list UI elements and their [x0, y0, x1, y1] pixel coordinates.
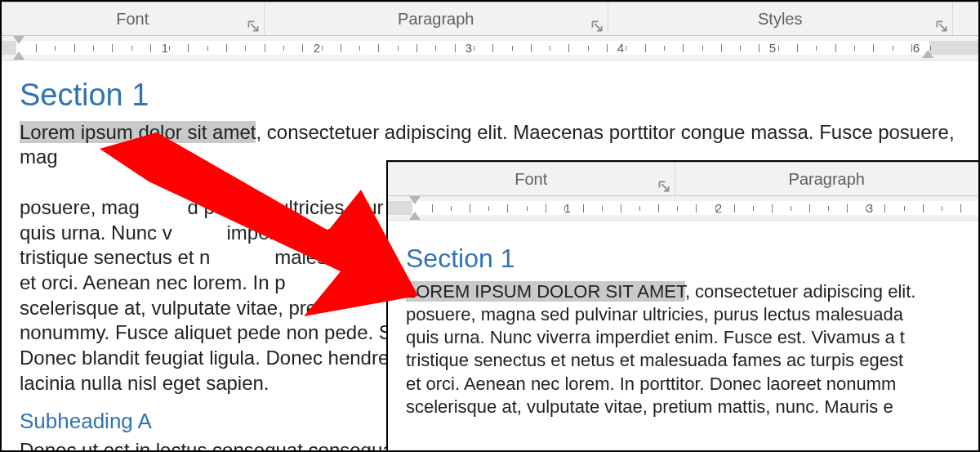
paragraph: quis urna. Nunc viverra imperdiet enim. … — [406, 326, 960, 349]
horizontal-ruler[interactable]: 1 2 3 4 5 6 — [2, 36, 978, 60]
document-body[interactable]: Section 1 LOREM IPSUM DOLOR SIT AMET, co… — [388, 221, 978, 418]
ribbon-group-paragraph[interactable]: Paragraph — [265, 2, 609, 35]
ruler-number: 1 — [564, 201, 571, 215]
ribbon-group-font[interactable]: Font — [2, 2, 265, 35]
dialog-launcher-icon[interactable] — [658, 181, 670, 192]
ruler-number: 3 — [866, 201, 873, 215]
dialog-launcher-icon[interactable] — [936, 20, 947, 32]
ruler-number: 6 — [913, 41, 920, 55]
hanging-indent-icon[interactable] — [409, 212, 421, 220]
ruler-number: 3 — [466, 41, 472, 55]
heading-1: Section 1 — [406, 242, 960, 275]
dialog-launcher-icon[interactable] — [591, 20, 603, 32]
selected-text: LOREM IPSUM DOLOR SIT AMET — [406, 281, 685, 302]
paragraph: et orci. Aenean nec lorem. In porttitor.… — [406, 373, 960, 396]
selected-text: Lorem ipsum dolor sit amet — [20, 121, 256, 143]
ruler-number: 4 — [617, 41, 624, 55]
ruler-number: 5 — [769, 41, 776, 55]
ribbon-group-font[interactable]: Font — [388, 163, 675, 195]
ribbon-groups: Font Paragraph — [388, 162, 978, 196]
word-window-after: Font Paragraph 1 2 3 Section 1 LOREM IPS… — [386, 160, 978, 450]
ruler-number: 1 — [162, 41, 168, 55]
ruler-number: 2 — [314, 41, 320, 55]
paragraph: posuere, magna sed pulvinar ultricies, p… — [406, 303, 960, 326]
first-line-indent-icon[interactable] — [409, 196, 421, 204]
ribbon-group-label: Font — [116, 10, 149, 29]
ruler-number: 2 — [715, 201, 722, 215]
dialog-launcher-icon[interactable] — [247, 20, 259, 32]
ribbon-group-label: Paragraph — [789, 170, 865, 189]
ribbon-groups: Font Paragraph Styles — [2, 2, 978, 36]
hanging-indent-icon[interactable] — [13, 51, 24, 60]
horizontal-ruler[interactable]: 1 2 3 — [388, 196, 978, 221]
paragraph: tristique senectus et netus et malesuada… — [406, 349, 960, 372]
first-line-indent-icon[interactable] — [13, 36, 24, 44]
ribbon-group-label: Paragraph — [398, 10, 474, 29]
ribbon-group-paragraph[interactable]: Paragraph — [675, 163, 979, 195]
ribbon-group-styles[interactable]: Styles — [608, 2, 953, 35]
right-indent-icon[interactable] — [922, 50, 933, 58]
ribbon-group-end — [953, 2, 979, 35]
heading-1: Section 1 — [20, 75, 960, 115]
ribbon-group-label: Font — [514, 170, 547, 189]
ribbon-group-label: Styles — [758, 10, 802, 29]
paragraph: LOREM IPSUM DOLOR SIT AMET, consectetuer… — [406, 280, 960, 303]
paragraph: scelerisque at, vulputate vitae, pretium… — [406, 396, 960, 418]
